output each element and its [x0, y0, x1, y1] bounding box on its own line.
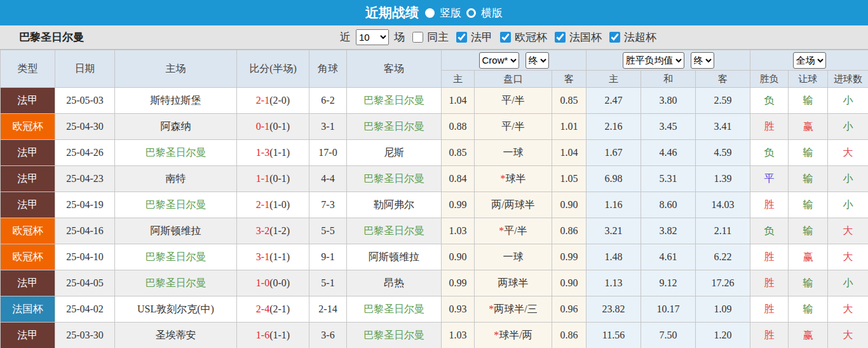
mean-type-select[interactable]: 胜平负均值: [623, 52, 684, 69]
handicap-star: *: [501, 173, 506, 184]
mean-lose: 17.26: [696, 270, 750, 296]
home-team[interactable]: 巴黎圣日尔曼: [115, 192, 237, 218]
match-date: 25-05-03: [55, 88, 115, 114]
match-date: 25-04-02: [55, 296, 115, 323]
result-winlose: 负: [750, 218, 789, 244]
mean-draw: 9.12: [641, 270, 696, 296]
match-type-badge: 欧冠杯: [1, 244, 55, 270]
result-goals: 小: [828, 166, 868, 192]
away-team[interactable]: 巴黎圣日尔曼: [347, 166, 442, 192]
score-cell: 0-1(0-1): [237, 114, 309, 140]
odds-time-select[interactable]: 终: [526, 52, 549, 69]
home-team[interactable]: 阿斯顿维拉: [115, 218, 237, 244]
away-team[interactable]: 尼斯: [347, 140, 442, 166]
ucl-label[interactable]: 欧冠杯: [515, 30, 547, 45]
mean-lose: 4.59: [696, 140, 750, 166]
table-row: 法甲 25-03-30 圣埃蒂安 1-6(1-1) 3-6 巴黎圣日尔曼 1.0…: [1, 323, 868, 348]
handicap-text: 平/半: [501, 121, 524, 132]
recent-count-select[interactable]: 10: [356, 29, 389, 45]
mean-lose: 3.41: [696, 114, 750, 140]
ligue1-checkbox[interactable]: [456, 32, 467, 43]
subheader-mean-lose: 客: [696, 71, 750, 88]
same-home-label[interactable]: 同主: [427, 30, 449, 45]
table-row: 法国杯 25-04-02 USL敦刻尔克(中) 2-4(2-1) 2-14 巴黎…: [1, 296, 868, 323]
subheader-goals: 进球数: [828, 71, 868, 88]
table-row: 欧冠杯 25-04-16 阿斯顿维拉 3-2(1-2) 5-5 巴黎圣日尔曼 1…: [1, 218, 868, 244]
games-label: 场: [394, 30, 405, 45]
full-time-score: 2-1: [256, 95, 269, 106]
odds-company-select[interactable]: Crow*: [479, 52, 519, 69]
mean-lose: 1.09: [696, 296, 750, 323]
mean-draw: 4.46: [641, 140, 696, 166]
home-team[interactable]: 巴黎圣日尔曼: [115, 140, 237, 166]
match-type-badge: 法甲: [1, 192, 55, 218]
result-winlose: 胜: [750, 192, 789, 218]
subheader-mean-win: 主: [587, 71, 641, 88]
corners: 3-6: [309, 323, 347, 348]
result-handicap: 赢: [789, 244, 828, 270]
match-date: 25-04-10: [55, 244, 115, 270]
handicap-text: 一球: [503, 251, 524, 262]
ucl-checkbox[interactable]: [500, 32, 511, 43]
french-cup-checkbox[interactable]: [555, 32, 566, 43]
handicap-text: 平/半: [501, 95, 524, 106]
handicap-line: 两球半: [475, 270, 552, 296]
corners: 7-3: [309, 192, 347, 218]
subheader-odds-home: 主: [442, 71, 475, 88]
away-team[interactable]: 巴黎圣日尔曼: [347, 218, 442, 244]
odds-home: 0.93: [442, 296, 475, 323]
away-team[interactable]: 阿斯顿维拉: [347, 244, 442, 270]
result-goals: 小: [828, 192, 868, 218]
full-time-score: 1-1: [256, 173, 269, 184]
scope-select[interactable]: 全场: [793, 52, 826, 69]
match-type-badge: 欧冠杯: [1, 114, 55, 140]
away-team[interactable]: 勒阿弗尔: [347, 192, 442, 218]
score-cell: 2-4(2-1): [237, 296, 309, 323]
same-home-checkbox[interactable]: [412, 32, 423, 43]
horizontal-layout-radio[interactable]: [466, 8, 476, 18]
handicap-text: 两/两球半: [491, 199, 534, 210]
half-time-score: (0-1): [269, 173, 290, 184]
mean-lose: 2.59: [696, 88, 750, 114]
odds-home: 0.85: [442, 140, 475, 166]
result-goals: 小: [828, 270, 868, 296]
mean-win: 2.47: [587, 88, 641, 114]
home-team[interactable]: 巴黎圣日尔曼: [115, 244, 237, 270]
match-type-badge: 法甲: [1, 140, 55, 166]
vertical-layout-radio[interactable]: [425, 8, 435, 18]
home-team[interactable]: USL敦刻尔克(中): [115, 296, 237, 323]
away-team[interactable]: 巴黎圣日尔曼: [347, 296, 442, 323]
mean-time-select[interactable]: 终: [691, 52, 714, 69]
super-cup-checkbox[interactable]: [609, 32, 620, 43]
score-cell: 1-0(0-0): [237, 270, 309, 296]
result-winlose: 胜: [750, 114, 789, 140]
away-team[interactable]: 巴黎圣日尔曼: [347, 323, 442, 348]
away-team[interactable]: 巴黎圣日尔曼: [347, 88, 442, 114]
mean-win: 1.16: [587, 192, 641, 218]
home-team[interactable]: 南特: [115, 166, 237, 192]
handicap-line: 一球: [475, 244, 552, 270]
result-handicap: 输: [789, 192, 828, 218]
away-team[interactable]: 巴黎圣日尔曼: [347, 114, 442, 140]
away-team[interactable]: 昂热: [347, 270, 442, 296]
super-cup-label[interactable]: 法超杯: [624, 30, 656, 45]
home-team[interactable]: 阿森纳: [115, 114, 237, 140]
layout-radio-group: 竖版 横版: [425, 6, 503, 20]
odds-home: 1.03: [442, 323, 475, 348]
ligue1-label[interactable]: 法甲: [471, 30, 492, 45]
corners: 17-0: [309, 140, 347, 166]
corners: 2-14: [309, 296, 347, 323]
odds-home: 0.90: [442, 244, 475, 270]
match-type-badge: 法甲: [1, 270, 55, 296]
match-type-badge: 法甲: [1, 166, 55, 192]
table-row: 法甲 25-04-26 巴黎圣日尔曼 1-3(1-1) 17-0 尼斯 0.85…: [1, 140, 868, 166]
score-cell: 2-1(1-0): [237, 192, 309, 218]
home-team[interactable]: 斯特拉斯堡: [115, 88, 237, 114]
half-time-score: (1-1): [269, 251, 290, 262]
result-winlose: 胜: [750, 244, 789, 270]
horizontal-layout-label[interactable]: 横版: [481, 6, 503, 20]
home-team[interactable]: 圣埃蒂安: [115, 323, 237, 348]
vertical-layout-label[interactable]: 竖版: [440, 6, 461, 20]
french-cup-label[interactable]: 法国杯: [569, 30, 602, 45]
home-team[interactable]: 巴黎圣日尔曼: [115, 270, 237, 296]
